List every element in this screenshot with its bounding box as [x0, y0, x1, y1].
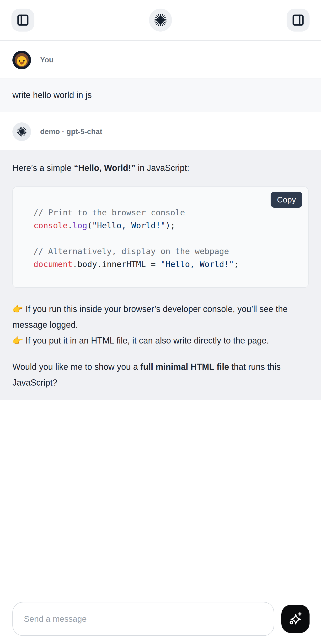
assistant-message-header: demo · gpt-5-chat [0, 112, 321, 150]
assistant-paragraph-2: Would you like me to show you a full min… [12, 359, 309, 390]
chat-app: You write hello world in js [0, 0, 321, 644]
person-emoji [15, 53, 29, 67]
assistant-message-bubble: Here’s a simple “Hello, World!” in JavaS… [0, 150, 321, 400]
starburst-icon [16, 126, 27, 137]
right-panel-toggle-button[interactable] [287, 8, 310, 32]
assistant-message: demo · gpt-5-chat Here’s a simple “Hello… [0, 112, 321, 400]
code-block: Copy // Print to the browser consolecons… [12, 186, 309, 288]
panel-right-icon [292, 14, 305, 26]
message-input[interactable] [12, 602, 274, 636]
user-message: You write hello world in js [0, 41, 321, 112]
code-content: // Print to the browser consoleconsole.l… [33, 206, 299, 270]
user-message-header: You [0, 41, 321, 78]
panel-left-icon [16, 14, 29, 26]
top-bar [0, 0, 321, 41]
composer-bar [0, 593, 321, 644]
user-message-bubble: write hello world in js [0, 78, 321, 112]
model-label: demo · gpt-5-chat [40, 128, 102, 136]
assistant-avatar [12, 122, 31, 141]
assistant-intro-text: Here’s a simple “Hello, World!” in JavaS… [12, 160, 309, 176]
sparkles-icon [288, 611, 303, 626]
empty-chat-space [0, 400, 321, 593]
assistant-paragraph-1: 👉 If you run this inside your browser’s … [12, 301, 309, 348]
user-message-text: write hello world in js [12, 87, 309, 103]
starburst-logo-icon [153, 13, 168, 27]
chat-scroll-area[interactable]: You write hello world in js [0, 41, 321, 593]
user-sender-label: You [40, 56, 53, 64]
sidebar-toggle-button[interactable] [11, 8, 34, 32]
user-avatar [12, 51, 31, 69]
send-button[interactable] [281, 605, 310, 633]
app-logo-button[interactable] [149, 8, 172, 32]
copy-button[interactable]: Copy [271, 192, 302, 208]
